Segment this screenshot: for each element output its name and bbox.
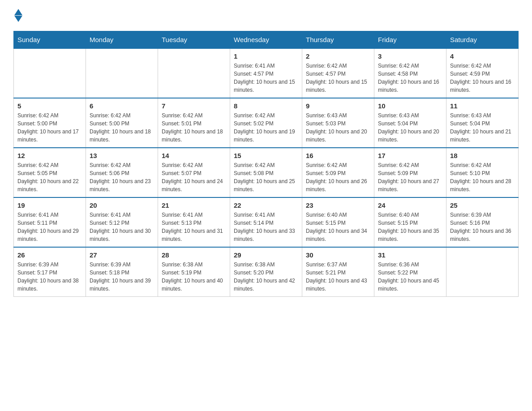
day-info: Sunrise: 6:43 AM Sunset: 5:04 PM Dayligh… (450, 111, 515, 144)
day-of-week-header: Sunday (14, 31, 86, 49)
day-number: 23 (306, 201, 370, 209)
day-info: Sunrise: 6:42 AM Sunset: 5:01 PM Dayligh… (162, 111, 226, 144)
calendar-cell: 8Sunrise: 6:42 AM Sunset: 5:02 PM Daylig… (230, 98, 302, 148)
day-info: Sunrise: 6:41 AM Sunset: 5:14 PM Dayligh… (234, 211, 298, 243)
calendar-cell: 21Sunrise: 6:41 AM Sunset: 5:13 PM Dayli… (158, 197, 230, 247)
calendar-week-row: 12Sunrise: 6:42 AM Sunset: 5:05 PM Dayli… (14, 148, 519, 197)
page-header (13, 9, 519, 22)
day-info: Sunrise: 6:42 AM Sunset: 4:58 PM Dayligh… (378, 62, 442, 94)
day-info: Sunrise: 6:42 AM Sunset: 4:59 PM Dayligh… (450, 62, 515, 94)
day-info: Sunrise: 6:42 AM Sunset: 5:00 PM Dayligh… (90, 111, 154, 144)
calendar-cell: 16Sunrise: 6:42 AM Sunset: 5:09 PM Dayli… (302, 148, 374, 197)
day-number: 11 (450, 102, 515, 110)
calendar-week-row: 19Sunrise: 6:41 AM Sunset: 5:11 PM Dayli… (14, 197, 519, 247)
calendar-cell: 4Sunrise: 6:42 AM Sunset: 4:59 PM Daylig… (446, 48, 519, 98)
day-info: Sunrise: 6:42 AM Sunset: 5:00 PM Dayligh… (17, 111, 82, 144)
calendar-cell (446, 247, 519, 297)
day-number: 21 (162, 201, 226, 209)
day-number: 15 (234, 152, 298, 159)
calendar-cell: 30Sunrise: 6:37 AM Sunset: 5:21 PM Dayli… (302, 247, 374, 297)
calendar-cell: 9Sunrise: 6:43 AM Sunset: 5:03 PM Daylig… (302, 98, 374, 148)
calendar-cell: 2Sunrise: 6:42 AM Sunset: 4:57 PM Daylig… (302, 48, 374, 98)
day-number: 10 (378, 102, 442, 110)
day-info: Sunrise: 6:42 AM Sunset: 4:57 PM Dayligh… (306, 62, 370, 94)
day-number: 24 (378, 201, 442, 209)
day-info: Sunrise: 6:41 AM Sunset: 5:11 PM Dayligh… (17, 211, 82, 243)
day-info: Sunrise: 6:42 AM Sunset: 5:10 PM Dayligh… (450, 161, 515, 193)
day-number: 29 (234, 251, 298, 259)
day-number: 6 (90, 102, 154, 110)
day-info: Sunrise: 6:39 AM Sunset: 5:18 PM Dayligh… (90, 261, 154, 293)
calendar-week-row: 26Sunrise: 6:39 AM Sunset: 5:17 PM Dayli… (14, 247, 519, 297)
day-number: 22 (234, 201, 298, 209)
day-of-week-header: Friday (374, 31, 446, 49)
day-number: 17 (378, 152, 442, 159)
day-info: Sunrise: 6:43 AM Sunset: 5:04 PM Dayligh… (378, 111, 442, 144)
day-info: Sunrise: 6:40 AM Sunset: 5:15 PM Dayligh… (378, 211, 442, 243)
day-info: Sunrise: 6:39 AM Sunset: 5:16 PM Dayligh… (450, 211, 515, 243)
day-info: Sunrise: 6:42 AM Sunset: 5:08 PM Dayligh… (234, 161, 298, 193)
calendar-cell: 11Sunrise: 6:43 AM Sunset: 5:04 PM Dayli… (446, 98, 519, 148)
day-number: 1 (234, 52, 298, 60)
calendar-cell: 26Sunrise: 6:39 AM Sunset: 5:17 PM Dayli… (14, 247, 86, 297)
day-of-week-header: Tuesday (158, 31, 230, 49)
calendar-cell: 28Sunrise: 6:38 AM Sunset: 5:19 PM Dayli… (158, 247, 230, 297)
calendar-cell: 13Sunrise: 6:42 AM Sunset: 5:06 PM Dayli… (86, 148, 158, 197)
day-info: Sunrise: 6:42 AM Sunset: 5:05 PM Dayligh… (17, 161, 82, 193)
day-info: Sunrise: 6:42 AM Sunset: 5:09 PM Dayligh… (378, 161, 442, 193)
calendar-week-row: 1Sunrise: 6:41 AM Sunset: 4:57 PM Daylig… (14, 48, 519, 98)
calendar-cell: 5Sunrise: 6:42 AM Sunset: 5:00 PM Daylig… (14, 98, 86, 148)
day-info: Sunrise: 6:43 AM Sunset: 5:03 PM Dayligh… (306, 111, 370, 144)
day-info: Sunrise: 6:38 AM Sunset: 5:19 PM Dayligh… (162, 261, 226, 293)
day-info: Sunrise: 6:42 AM Sunset: 5:06 PM Dayligh… (90, 161, 154, 193)
calendar-cell: 29Sunrise: 6:38 AM Sunset: 5:20 PM Dayli… (230, 247, 302, 297)
logo (13, 9, 22, 22)
day-number: 14 (162, 152, 226, 159)
calendar-cell: 25Sunrise: 6:39 AM Sunset: 5:16 PM Dayli… (446, 197, 519, 247)
day-info: Sunrise: 6:41 AM Sunset: 4:57 PM Dayligh… (234, 62, 298, 94)
calendar-cell: 27Sunrise: 6:39 AM Sunset: 5:18 PM Dayli… (86, 247, 158, 297)
calendar-cell (86, 48, 158, 98)
day-info: Sunrise: 6:41 AM Sunset: 5:13 PM Dayligh… (162, 211, 226, 243)
day-number: 12 (17, 152, 82, 159)
day-info: Sunrise: 6:37 AM Sunset: 5:21 PM Dayligh… (306, 261, 370, 293)
day-number: 5 (17, 102, 82, 110)
day-number: 18 (450, 152, 515, 159)
calendar-cell: 3Sunrise: 6:42 AM Sunset: 4:58 PM Daylig… (374, 48, 446, 98)
calendar-table: SundayMondayTuesdayWednesdayThursdayFrid… (13, 31, 519, 297)
calendar-cell: 14Sunrise: 6:42 AM Sunset: 5:07 PM Dayli… (158, 148, 230, 197)
day-number: 7 (162, 102, 226, 110)
day-info: Sunrise: 6:36 AM Sunset: 5:22 PM Dayligh… (378, 261, 442, 293)
day-of-week-header: Thursday (302, 31, 374, 49)
day-of-week-header: Saturday (446, 31, 519, 49)
day-info: Sunrise: 6:39 AM Sunset: 5:17 PM Dayligh… (17, 261, 82, 293)
day-of-week-header: Wednesday (230, 31, 302, 49)
day-number: 16 (306, 152, 370, 159)
calendar-cell: 17Sunrise: 6:42 AM Sunset: 5:09 PM Dayli… (374, 148, 446, 197)
calendar-cell: 31Sunrise: 6:36 AM Sunset: 5:22 PM Dayli… (374, 247, 446, 297)
day-number: 4 (450, 52, 515, 60)
calendar-cell: 12Sunrise: 6:42 AM Sunset: 5:05 PM Dayli… (14, 148, 86, 197)
calendar-cell: 6Sunrise: 6:42 AM Sunset: 5:00 PM Daylig… (86, 98, 158, 148)
day-info: Sunrise: 6:42 AM Sunset: 5:02 PM Dayligh… (234, 111, 298, 144)
calendar-cell: 20Sunrise: 6:41 AM Sunset: 5:12 PM Dayli… (86, 197, 158, 247)
calendar-cell (158, 48, 230, 98)
calendar-cell: 15Sunrise: 6:42 AM Sunset: 5:08 PM Dayli… (230, 148, 302, 197)
calendar-cell: 23Sunrise: 6:40 AM Sunset: 5:15 PM Dayli… (302, 197, 374, 247)
calendar-cell: 10Sunrise: 6:43 AM Sunset: 5:04 PM Dayli… (374, 98, 446, 148)
day-info: Sunrise: 6:42 AM Sunset: 5:09 PM Dayligh… (306, 161, 370, 193)
day-number: 20 (90, 201, 154, 209)
day-number: 27 (90, 251, 154, 259)
calendar-cell: 18Sunrise: 6:42 AM Sunset: 5:10 PM Dayli… (446, 148, 519, 197)
calendar-cell: 24Sunrise: 6:40 AM Sunset: 5:15 PM Dayli… (374, 197, 446, 247)
calendar-cell (14, 48, 86, 98)
day-number: 2 (306, 52, 370, 60)
calendar-cell: 1Sunrise: 6:41 AM Sunset: 4:57 PM Daylig… (230, 48, 302, 98)
day-info: Sunrise: 6:40 AM Sunset: 5:15 PM Dayligh… (306, 211, 370, 243)
calendar-cell: 22Sunrise: 6:41 AM Sunset: 5:14 PM Dayli… (230, 197, 302, 247)
day-number: 9 (306, 102, 370, 110)
day-of-week-header: Monday (86, 31, 158, 49)
day-number: 8 (234, 102, 298, 110)
day-number: 28 (162, 251, 226, 259)
calendar-cell: 7Sunrise: 6:42 AM Sunset: 5:01 PM Daylig… (158, 98, 230, 148)
